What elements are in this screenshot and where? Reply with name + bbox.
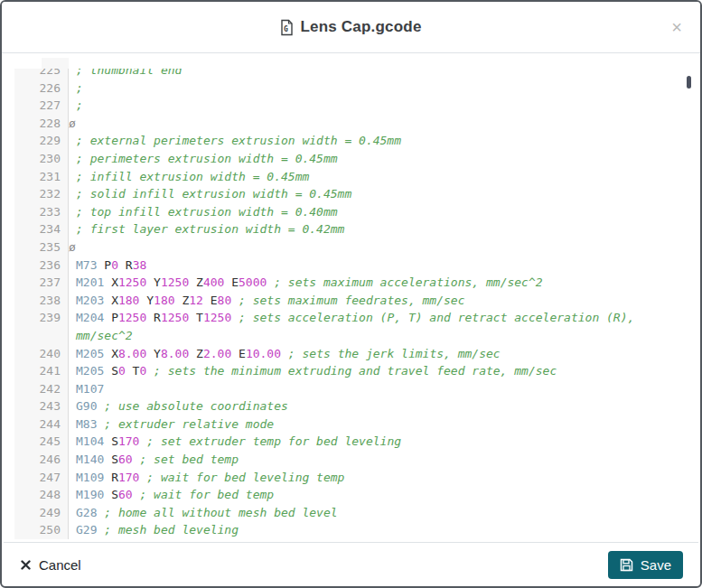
line-content[interactable]: M104 S170 ; set extruder temp for bed le… xyxy=(76,433,401,451)
code-line[interactable]: 237M201 X1250 Y1250 Z400 E5000 ; sets ma… xyxy=(14,274,684,292)
code-line[interactable]: 230; perimeters extrusion width = 0.45mm xyxy=(14,150,684,168)
gcode-editor-modal: G Lens Cap.gcode × 225; thumbnail end226… xyxy=(0,0,702,588)
line-content[interactable]: ; perimeters extrusion width = 0.45mm xyxy=(76,150,338,168)
code-line[interactable]: 250G29 ; mesh bed leveling xyxy=(14,521,684,539)
x-icon xyxy=(21,560,31,570)
code-line[interactable]: 238M203 X180 Y180 Z12 E80 ; sets maximum… xyxy=(14,292,684,310)
gcode-file-icon: G xyxy=(280,19,294,36)
line-content[interactable]: M203 X180 Y180 Z12 E80 ; sets maximum fe… xyxy=(76,292,465,310)
code-line[interactable]: 249G28 ; home all without mesh bed level xyxy=(14,504,684,522)
code-line[interactable]: 243G90 ; use absolute coordinates xyxy=(14,397,684,415)
line-number: 247 xyxy=(14,469,61,487)
line-number: 244 xyxy=(14,415,61,434)
code-line[interactable]: 245M104 S170 ; set extruder temp for bed… xyxy=(14,433,684,451)
cancel-button[interactable]: Cancel xyxy=(19,554,83,576)
line-content[interactable]: ; xyxy=(76,79,83,98)
line-number: 238 xyxy=(14,292,61,310)
line-number: 233 xyxy=(14,203,61,221)
line-content[interactable]: M205 S0 T0 ; sets the minimum extruding … xyxy=(76,362,557,380)
line-content[interactable]: M201 X1250 Y1250 Z400 E5000 ; sets maxim… xyxy=(76,274,543,292)
line-content[interactable]: M140 S60 ; set bed temp xyxy=(76,451,239,469)
line-number: 228 xyxy=(14,115,61,133)
line-number: 235 xyxy=(14,238,61,257)
code-line[interactable]: 248M190 S60 ; wait for bed temp xyxy=(14,486,684,504)
line-content[interactable]: G29 ; mesh bed leveling xyxy=(76,521,239,539)
line-number: 234 xyxy=(14,220,61,238)
scroll-clip-corner xyxy=(14,54,42,69)
line-content[interactable]: ; infill extrusion width = 0.45mm xyxy=(76,168,309,186)
line-number: 229 xyxy=(14,132,61,150)
code-line[interactable]: 246M140 S60 ; set bed temp xyxy=(14,451,684,469)
code-line[interactable]: 235ø xyxy=(14,238,684,257)
line-content[interactable]: M83 ; extruder relative mode xyxy=(76,415,274,434)
scrollbar-thumb[interactable] xyxy=(687,76,691,89)
code-line[interactable]: 228ø xyxy=(14,115,684,133)
line-content[interactable]: ; first layer extrusion width = 0.42mm xyxy=(76,220,344,238)
line-number: 250 xyxy=(14,521,61,539)
line-number: 232 xyxy=(14,185,61,203)
scroll-clip-content xyxy=(70,54,698,69)
code-line[interactable]: 236M73 P0 R38 xyxy=(14,257,684,275)
line-content[interactable]: ; external perimeters extrusion width = … xyxy=(76,132,401,150)
line-content[interactable]: G90 ; use absolute coordinates xyxy=(76,397,288,415)
line-number: 246 xyxy=(14,451,61,469)
line-number: 237 xyxy=(14,274,61,292)
code-editor[interactable]: 225; thumbnail end226;227;228ø229; exter… xyxy=(4,54,698,541)
line-number: 231 xyxy=(14,168,61,186)
line-content[interactable]: ; solid infill extrusion width = 0.45mm xyxy=(76,185,351,203)
line-content[interactable]: ; top infill extrusion width = 0.40mm xyxy=(76,203,338,221)
line-number: 240 xyxy=(14,345,61,363)
code-line[interactable]: 233; top infill extrusion width = 0.40mm xyxy=(14,203,684,221)
modal-title: G Lens Cap.gcode xyxy=(280,18,421,36)
line-number: 227 xyxy=(14,97,61,115)
line-number: 243 xyxy=(14,397,61,415)
code-line[interactable]: 239M204 P1250 R1250 T1250 ; sets acceler… xyxy=(14,309,684,344)
line-content[interactable]: M73 P0 R38 xyxy=(76,257,146,275)
code-line[interactable]: 234; first layer extrusion width = 0.42m… xyxy=(14,220,684,238)
line-number: 226 xyxy=(14,79,61,98)
line-content[interactable]: M204 P1250 R1250 T1250 ; sets accelerati… xyxy=(76,309,684,344)
floppy-disk-icon xyxy=(620,558,633,572)
code-rows: 225; thumbnail end226;227;228ø229; exter… xyxy=(14,61,684,539)
code-line[interactable]: 232; solid infill extrusion width = 0.45… xyxy=(14,185,684,203)
line-number: 241 xyxy=(14,362,61,380)
line-number: 248 xyxy=(14,486,61,504)
code-line[interactable]: 242M107 xyxy=(14,380,684,398)
cancel-label: Cancel xyxy=(39,557,81,573)
modal-footer: Cancel Save xyxy=(4,542,698,586)
line-content[interactable]: ; xyxy=(76,97,83,115)
line-number: 239 xyxy=(14,309,61,327)
svg-text:G: G xyxy=(284,24,288,33)
code-line[interactable]: 247M109 R170 ; wait for bed leveling tem… xyxy=(14,469,684,487)
line-number: 249 xyxy=(14,504,61,522)
file-name-title: Lens Cap.gcode xyxy=(300,18,421,36)
line-content[interactable]: M205 X8.00 Y8.00 Z2.00 E10.00 ; sets the… xyxy=(76,345,501,363)
close-icon[interactable]: × xyxy=(668,16,686,38)
line-content[interactable]: M107 xyxy=(76,380,104,398)
code-line[interactable]: 231; infill extrusion width = 0.45mm xyxy=(14,168,684,186)
line-number: 242 xyxy=(14,380,61,398)
page: G Lens Cap.gcode × 225; thumbnail end226… xyxy=(0,0,702,588)
line-content[interactable]: M109 R170 ; wait for bed leveling temp xyxy=(76,469,344,487)
line-number: 236 xyxy=(14,257,61,275)
save-label: Save xyxy=(641,557,671,573)
line-content[interactable]: M190 S60 ; wait for bed temp xyxy=(76,486,274,504)
code-line[interactable]: 244M83 ; extruder relative mode xyxy=(14,415,684,434)
code-line[interactable]: 227; xyxy=(14,97,684,115)
code-line[interactable]: 241M205 S0 T0 ; sets the minimum extrudi… xyxy=(14,362,684,380)
save-button[interactable]: Save xyxy=(608,551,683,579)
code-line[interactable]: 229; external perimeters extrusion width… xyxy=(14,132,684,150)
scroll-clip-gutter xyxy=(42,58,69,69)
modal-header: G Lens Cap.gcode × xyxy=(2,2,700,53)
code-line[interactable]: 240M205 X8.00 Y8.00 Z2.00 E10.00 ; sets … xyxy=(14,345,684,363)
line-content[interactable]: G28 ; home all without mesh bed level xyxy=(76,504,338,522)
code-line[interactable]: 226; xyxy=(14,79,684,98)
line-number: 230 xyxy=(14,150,61,168)
line-number: 245 xyxy=(14,433,61,451)
